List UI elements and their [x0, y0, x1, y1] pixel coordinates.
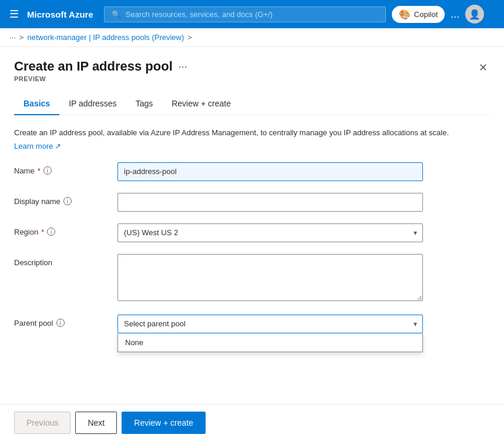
region-field-row: Region * i (US) West US 2 (US) East US (…	[14, 223, 490, 242]
region-control: (US) West US 2 (US) East US (EU) West Eu…	[117, 223, 423, 242]
breadcrumb: ··· > network-manager | IP address pools…	[0, 28, 504, 47]
description-control	[117, 254, 423, 303]
breadcrumb-sep1: >	[19, 33, 24, 42]
review-create-button[interactable]: Review + create	[122, 412, 206, 434]
name-label: Name * i	[14, 162, 108, 175]
tab-tags[interactable]: Tags	[126, 93, 163, 115]
region-select-container: (US) West US 2 (US) East US (EU) West Eu…	[117, 223, 423, 242]
info-description: Create an IP address pool, available via…	[14, 127, 490, 139]
next-button[interactable]: Next	[75, 412, 117, 434]
parent-pool-dropdown-wrapper: Select parent pool None ▾ None	[117, 315, 423, 333]
brand-logo: Microsoft Azure	[27, 9, 93, 19]
user-avatar[interactable]: 👤	[465, 5, 484, 24]
required-indicator: *	[38, 166, 41, 175]
display-name-input[interactable]	[117, 193, 423, 212]
search-bar[interactable]: 🔍 Search resources, services, and docs (…	[104, 6, 386, 22]
search-placeholder: Search resources, services, and docs (G+…	[126, 10, 273, 19]
name-control	[117, 162, 423, 181]
region-label: Region * i	[14, 223, 108, 236]
search-icon: 🔍	[112, 10, 121, 19]
close-button[interactable]: ✕	[476, 59, 490, 76]
parent-pool-select-container: Select parent pool None ▾	[117, 315, 423, 333]
parent-pool-dropdown-menu: None	[117, 333, 423, 352]
main-content: Create an IP address pool ··· PREVIEW ✕ …	[0, 47, 504, 438]
parent-pool-control: Select parent pool None ▾ None	[117, 315, 423, 333]
description-label: Description	[14, 254, 108, 267]
form-content: Create an IP address pool, available via…	[14, 115, 490, 438]
tab-basics[interactable]: Basics	[14, 93, 59, 115]
display-name-info-icon[interactable]: i	[63, 197, 72, 205]
copilot-button[interactable]: 🎨 Copilot	[392, 6, 445, 23]
external-link-icon: ↗	[55, 142, 61, 151]
region-select[interactable]: (US) West US 2 (US) East US (EU) West Eu…	[117, 223, 423, 242]
learn-more-link[interactable]: Learn more ↗	[14, 142, 61, 151]
description-textarea[interactable]	[117, 254, 423, 301]
name-info-icon[interactable]: i	[43, 166, 52, 175]
page-header: Create an IP address pool ··· PREVIEW ✕	[14, 59, 490, 82]
top-navigation: ☰ Microsoft Azure 🔍 Search resources, se…	[0, 0, 504, 28]
preview-badge: PREVIEW	[14, 75, 187, 82]
region-info-icon[interactable]: i	[47, 228, 55, 236]
parent-pool-field-row: Parent pool i Select parent pool None ▾ …	[14, 315, 490, 333]
parent-pool-info-icon[interactable]: i	[56, 319, 65, 327]
name-field-row: Name * i	[14, 162, 490, 181]
required-indicator: *	[41, 228, 44, 236]
tab-bar: Basics IP addresses Tags Review + create	[14, 93, 490, 115]
avatar-icon: 👤	[469, 9, 481, 20]
copilot-label: Copilot	[414, 10, 438, 19]
footer: Previous Next Review + create	[0, 404, 504, 441]
title-more-button[interactable]: ···	[179, 61, 187, 73]
parent-pool-label: Parent pool i	[14, 315, 108, 328]
breadcrumb-link[interactable]: network-manager | IP address pools (Prev…	[27, 33, 184, 42]
previous-button[interactable]: Previous	[14, 412, 70, 434]
breadcrumb-dots[interactable]: ···	[9, 33, 16, 42]
description-field-row: Description	[14, 254, 490, 303]
display-name-control	[117, 193, 423, 212]
display-name-label: Display name i	[14, 193, 108, 206]
parent-pool-select[interactable]: Select parent pool None	[117, 315, 423, 333]
breadcrumb-sep2: >	[187, 33, 192, 42]
hamburger-icon[interactable]: ☰	[7, 5, 21, 23]
display-name-field-row: Display name i	[14, 193, 490, 212]
copilot-icon: 🎨	[399, 9, 411, 20]
page-title: Create an IP address pool	[14, 59, 173, 74]
title-area: Create an IP address pool ··· PREVIEW	[14, 59, 187, 82]
name-input[interactable]	[117, 162, 423, 181]
parent-pool-none-option[interactable]: None	[118, 333, 422, 352]
nav-more-icon[interactable]: ...	[451, 8, 459, 21]
tab-ip-addresses[interactable]: IP addresses	[59, 93, 126, 115]
tab-review-create[interactable]: Review + create	[162, 93, 240, 115]
